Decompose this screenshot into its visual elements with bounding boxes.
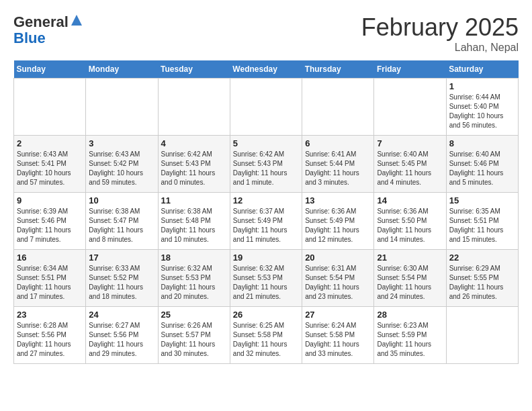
day-number: 11 — [161, 195, 227, 205]
calendar-cell: 14Sunrise: 6:36 AM Sunset: 5:50 PM Dayli… — [374, 193, 446, 250]
calendar-table: SundayMondayTuesdayWednesdayThursdayFrid… — [13, 60, 519, 364]
calendar-cell: 17Sunrise: 6:33 AM Sunset: 5:52 PM Dayli… — [86, 250, 158, 307]
day-info: Sunrise: 6:27 AM Sunset: 5:56 PM Dayligh… — [89, 321, 154, 359]
day-number: 26 — [233, 310, 299, 320]
day-info: Sunrise: 6:42 AM Sunset: 5:43 PM Dayligh… — [161, 150, 227, 187]
day-number: 9 — [17, 195, 83, 205]
day-info: Sunrise: 6:38 AM Sunset: 5:47 PM Dayligh… — [89, 207, 154, 244]
calendar-cell: 27Sunrise: 6:24 AM Sunset: 5:58 PM Dayli… — [302, 307, 374, 364]
weekday-header: Saturday — [446, 60, 518, 79]
calendar-week-row: 2Sunrise: 6:43 AM Sunset: 5:41 PM Daylig… — [14, 136, 519, 193]
calendar-cell — [230, 79, 302, 136]
logo-blue: Blue — [13, 30, 46, 46]
logo: General Blue — [13, 13, 83, 46]
page-header: General Blue February 2025 Lahan, Nepal — [13, 13, 519, 54]
calendar-cell: 28Sunrise: 6:23 AM Sunset: 5:59 PM Dayli… — [374, 307, 446, 364]
calendar-cell: 20Sunrise: 6:31 AM Sunset: 5:54 PM Dayli… — [302, 250, 374, 307]
calendar-cell: 24Sunrise: 6:27 AM Sunset: 5:56 PM Dayli… — [86, 307, 158, 364]
calendar-cell: 18Sunrise: 6:32 AM Sunset: 5:53 PM Dayli… — [158, 250, 230, 307]
day-info: Sunrise: 6:24 AM Sunset: 5:58 PM Dayligh… — [305, 321, 371, 359]
calendar-cell — [446, 307, 518, 364]
calendar-cell: 19Sunrise: 6:32 AM Sunset: 5:53 PM Dayli… — [230, 250, 302, 307]
day-info: Sunrise: 6:33 AM Sunset: 5:52 PM Dayligh… — [89, 264, 154, 302]
calendar-cell: 15Sunrise: 6:35 AM Sunset: 5:51 PM Dayli… — [446, 193, 518, 250]
day-number: 14 — [377, 195, 443, 205]
logo-general: General — [13, 13, 69, 30]
day-info: Sunrise: 6:28 AM Sunset: 5:56 PM Dayligh… — [17, 321, 83, 359]
logo-icon — [70, 13, 83, 27]
calendar-cell: 6Sunrise: 6:41 AM Sunset: 5:44 PM Daylig… — [302, 136, 374, 193]
day-info: Sunrise: 6:43 AM Sunset: 5:42 PM Dayligh… — [89, 150, 154, 187]
calendar-cell: 10Sunrise: 6:38 AM Sunset: 5:47 PM Dayli… — [86, 193, 158, 250]
day-info: Sunrise: 6:36 AM Sunset: 5:49 PM Dayligh… — [305, 207, 371, 244]
calendar-cell: 13Sunrise: 6:36 AM Sunset: 5:49 PM Dayli… — [302, 193, 374, 250]
calendar-cell: 25Sunrise: 6:26 AM Sunset: 5:57 PM Dayli… — [158, 307, 230, 364]
calendar-cell: 9Sunrise: 6:39 AM Sunset: 5:46 PM Daylig… — [14, 193, 86, 250]
day-info: Sunrise: 6:29 AM Sunset: 5:55 PM Dayligh… — [449, 264, 515, 302]
calendar-cell — [302, 79, 374, 136]
weekday-header: Thursday — [302, 60, 374, 79]
weekday-header: Sunday — [14, 60, 86, 79]
calendar-week-row: 16Sunrise: 6:34 AM Sunset: 5:51 PM Dayli… — [14, 250, 519, 307]
calendar-cell — [158, 79, 230, 136]
day-number: 3 — [89, 138, 154, 148]
day-info: Sunrise: 6:44 AM Sunset: 5:40 PM Dayligh… — [449, 93, 515, 130]
calendar-cell: 26Sunrise: 6:25 AM Sunset: 5:58 PM Dayli… — [230, 307, 302, 364]
day-info: Sunrise: 6:38 AM Sunset: 5:48 PM Dayligh… — [161, 207, 227, 244]
day-number: 1 — [449, 81, 515, 91]
day-number: 2 — [17, 138, 83, 148]
day-number: 27 — [305, 310, 371, 320]
day-info: Sunrise: 6:32 AM Sunset: 5:53 PM Dayligh… — [233, 264, 299, 302]
day-info: Sunrise: 6:43 AM Sunset: 5:41 PM Dayligh… — [17, 150, 83, 187]
weekday-header: Tuesday — [158, 60, 230, 79]
day-number: 6 — [305, 138, 371, 148]
day-info: Sunrise: 6:39 AM Sunset: 5:46 PM Dayligh… — [17, 207, 83, 244]
day-number: 7 — [377, 138, 443, 148]
day-info: Sunrise: 6:37 AM Sunset: 5:49 PM Dayligh… — [233, 207, 299, 244]
day-info: Sunrise: 6:25 AM Sunset: 5:58 PM Dayligh… — [233, 321, 299, 359]
day-info: Sunrise: 6:36 AM Sunset: 5:50 PM Dayligh… — [377, 207, 443, 244]
weekday-header: Wednesday — [230, 60, 302, 79]
day-info: Sunrise: 6:23 AM Sunset: 5:59 PM Dayligh… — [377, 321, 443, 359]
calendar-cell: 5Sunrise: 6:42 AM Sunset: 5:43 PM Daylig… — [230, 136, 302, 193]
calendar-cell: 22Sunrise: 6:29 AM Sunset: 5:55 PM Dayli… — [446, 250, 518, 307]
svg-marker-0 — [71, 15, 82, 26]
day-number: 12 — [233, 195, 299, 205]
calendar-cell: 16Sunrise: 6:34 AM Sunset: 5:51 PM Dayli… — [14, 250, 86, 307]
day-number: 21 — [377, 253, 443, 263]
day-number: 18 — [161, 253, 227, 263]
day-info: Sunrise: 6:40 AM Sunset: 5:45 PM Dayligh… — [377, 150, 443, 187]
day-info: Sunrise: 6:35 AM Sunset: 5:51 PM Dayligh… — [449, 207, 515, 244]
calendar-cell: 4Sunrise: 6:42 AM Sunset: 5:43 PM Daylig… — [158, 136, 230, 193]
weekday-header-row: SundayMondayTuesdayWednesdayThursdayFrid… — [14, 60, 519, 79]
day-number: 10 — [89, 195, 154, 205]
calendar-week-row: 1Sunrise: 6:44 AM Sunset: 5:40 PM Daylig… — [14, 79, 519, 136]
calendar-cell: 21Sunrise: 6:30 AM Sunset: 5:54 PM Dayli… — [374, 250, 446, 307]
calendar-cell — [86, 79, 158, 136]
day-info: Sunrise: 6:40 AM Sunset: 5:46 PM Dayligh… — [449, 150, 515, 187]
title-block: February 2025 Lahan, Nepal — [361, 13, 519, 54]
calendar-cell: 7Sunrise: 6:40 AM Sunset: 5:45 PM Daylig… — [374, 136, 446, 193]
day-info: Sunrise: 6:31 AM Sunset: 5:54 PM Dayligh… — [305, 264, 371, 302]
day-number: 19 — [233, 253, 299, 263]
day-number: 24 — [89, 310, 154, 320]
day-number: 4 — [161, 138, 227, 148]
calendar-cell: 1Sunrise: 6:44 AM Sunset: 5:40 PM Daylig… — [446, 79, 518, 136]
day-info: Sunrise: 6:30 AM Sunset: 5:54 PM Dayligh… — [377, 264, 443, 302]
day-number: 8 — [449, 138, 515, 148]
day-number: 28 — [377, 310, 443, 320]
day-number: 15 — [449, 195, 515, 205]
calendar-cell: 12Sunrise: 6:37 AM Sunset: 5:49 PM Dayli… — [230, 193, 302, 250]
calendar-cell: 2Sunrise: 6:43 AM Sunset: 5:41 PM Daylig… — [14, 136, 86, 193]
day-info: Sunrise: 6:32 AM Sunset: 5:53 PM Dayligh… — [161, 264, 227, 302]
weekday-header: Monday — [86, 60, 158, 79]
day-number: 22 — [449, 253, 515, 263]
day-info: Sunrise: 6:42 AM Sunset: 5:43 PM Dayligh… — [233, 150, 299, 187]
day-number: 23 — [17, 310, 83, 320]
day-number: 13 — [305, 195, 371, 205]
calendar-cell: 3Sunrise: 6:43 AM Sunset: 5:42 PM Daylig… — [86, 136, 158, 193]
day-number: 17 — [89, 253, 154, 263]
calendar-cell: 23Sunrise: 6:28 AM Sunset: 5:56 PM Dayli… — [14, 307, 86, 364]
weekday-header: Friday — [374, 60, 446, 79]
day-number: 16 — [17, 253, 83, 263]
